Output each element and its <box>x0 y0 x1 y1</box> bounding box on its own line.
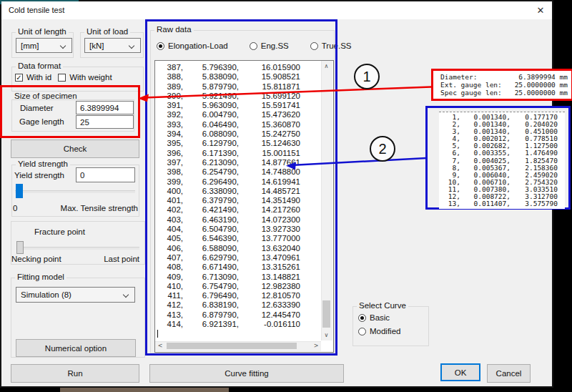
data-preview-callout: 1,0.001340,0.1771702,0.001340,0.2040203,… <box>425 106 571 210</box>
specimen-info-callout: Diameter:6.3899994 mmExt. gauge len:25.0… <box>431 69 572 101</box>
run-button[interactable]: Run <box>11 364 139 383</box>
select-curve-label: Select Curve <box>357 301 408 310</box>
checkbox-with-weight[interactable]: With weight <box>58 73 112 82</box>
radio-icon <box>358 328 366 335</box>
fracture-slider-handle[interactable] <box>16 241 24 254</box>
fracture-slider-track[interactable] <box>16 247 139 250</box>
unit-of-load-select[interactable]: [kN] <box>84 38 141 53</box>
title-bar <box>1 1 552 19</box>
chevron-down-icon <box>60 43 66 49</box>
data-cell: 0.011407, <box>460 200 511 207</box>
window-title: Cold tensile test <box>9 6 64 14</box>
unit-of-load-value: [kN] <box>89 41 104 50</box>
info-label: Diameter: <box>440 73 477 81</box>
radio-label: Modified <box>370 327 400 335</box>
necking-point-label: Necking point <box>11 255 61 263</box>
yield-strength-slider-handle[interactable] <box>16 184 23 198</box>
fracture-point-label: Fracture point <box>34 227 85 236</box>
close-icon[interactable]: ✕ <box>532 3 549 17</box>
radio-icon <box>358 314 366 322</box>
screen: Cold tensile test ✕ Unit of length [mm] … <box>0 0 572 392</box>
info-value: 6.3899994 mm <box>518 73 568 81</box>
cancel-button[interactable]: Cancel <box>487 364 531 383</box>
yield-strength-group-label: Yield strength <box>16 160 70 168</box>
yield-max-label: Max. Tensile strength <box>43 204 138 212</box>
annotation-blue-highlight-box <box>145 19 337 356</box>
ok-button[interactable]: OK <box>440 363 480 381</box>
last-point-label: Last point <box>93 255 139 263</box>
info-value: 25.0000000 mm <box>515 81 568 89</box>
info-value: 25.0000000 mm <box>515 89 568 97</box>
numerical-option-button[interactable]: Numerical option <box>16 339 136 357</box>
specimen-info-line: Ext. gauge len:25.0000000 mm <box>440 81 568 89</box>
specimen-info-line: Diameter:6.3899994 mm <box>440 73 568 81</box>
with-weight-label: With weight <box>69 73 112 82</box>
curve-fitting-button[interactable]: Curve fitting <box>149 364 344 383</box>
yield-strength-field[interactable]: 0 <box>76 167 135 182</box>
info-label: Ext. gauge len: <box>440 81 502 89</box>
unit-of-length-select[interactable]: [mm] <box>16 38 72 53</box>
info-label: Spec gauge len: <box>440 89 502 97</box>
specimen-info-line: Spec gauge len:25.0000000 mm <box>440 89 568 97</box>
annotation-circle-1: 1 <box>354 64 380 89</box>
annotation-red-highlight-box <box>0 85 140 138</box>
data-preview-rows: 1,0.001340,0.1771702,0.001340,0.2040203,… <box>439 112 565 209</box>
radio-label: Basic <box>370 313 390 322</box>
unit-of-length-label: Unit of length <box>16 27 69 36</box>
data-cell: 3.575790 <box>511 200 558 207</box>
unit-of-load-label: Unit of load <box>84 27 130 36</box>
chevron-down-icon <box>129 43 134 49</box>
radio-basic[interactable]: Basic <box>358 313 400 322</box>
annotation-circle-2: 2 <box>370 136 395 162</box>
fitting-model-select[interactable]: Simulation (8) <box>16 287 135 303</box>
data-format-label: Data format <box>16 62 63 70</box>
fitting-model-label: Fitting model <box>15 273 66 281</box>
checkbox-unchecked-icon <box>58 74 66 82</box>
fitting-model-value: Simulation (8) <box>21 290 72 299</box>
yield-min-label: 0 <box>13 204 17 212</box>
check-button[interactable]: Check <box>11 139 139 158</box>
select-curve-options: BasicModified <box>358 313 400 335</box>
checkbox-with-id[interactable]: ✓ With id <box>15 73 51 82</box>
yield-strength-slider-track[interactable] <box>15 190 135 193</box>
data-cell: 13, <box>439 200 460 207</box>
data-format-options: ✓ With id With weight <box>15 73 112 82</box>
radio-modified[interactable]: Modified <box>358 327 400 335</box>
checkbox-checked-icon: ✓ <box>15 74 23 82</box>
background-window-strip-bottom <box>60 388 229 392</box>
chevron-down-icon <box>123 292 129 298</box>
with-id-label: With id <box>26 73 51 82</box>
radio-dot-icon <box>360 316 364 320</box>
data-row: 13,0.011407,3.575790 <box>439 200 565 207</box>
yield-strength-field-label: Yield strength <box>14 171 64 180</box>
unit-of-length-value: [mm] <box>21 41 39 50</box>
